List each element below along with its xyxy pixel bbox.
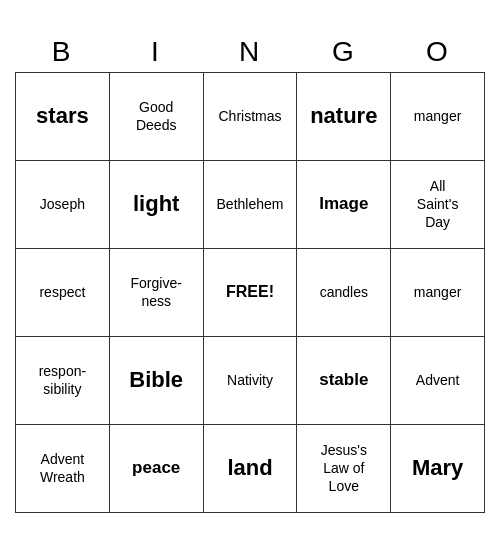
cell-r2-c2: FREE! — [204, 249, 298, 337]
cell-r2-c1: Forgive-ness — [110, 249, 204, 337]
bingo-header: B I N G O — [15, 32, 485, 72]
header-o: O — [391, 32, 485, 72]
cell-r0-c2: Christmas — [204, 73, 298, 161]
cell-r1-c2: Bethlehem — [204, 161, 298, 249]
cell-r0-c3: nature — [297, 73, 391, 161]
header-i: I — [109, 32, 203, 72]
header-b: B — [15, 32, 109, 72]
cell-r3-c3: stable — [297, 337, 391, 425]
bingo-grid: starsGoodDeedsChristmasnaturemangerJosep… — [15, 72, 485, 513]
cell-r4-c3: Jesus'sLaw ofLove — [297, 425, 391, 513]
cell-r0-c4: manger — [391, 73, 485, 161]
cell-r1-c3: Image — [297, 161, 391, 249]
cell-r2-c0: respect — [16, 249, 110, 337]
cell-r3-c1: Bible — [110, 337, 204, 425]
cell-r2-c3: candles — [297, 249, 391, 337]
cell-r4-c4: Mary — [391, 425, 485, 513]
cell-r4-c0: AdventWreath — [16, 425, 110, 513]
cell-r2-c4: manger — [391, 249, 485, 337]
header-g: G — [297, 32, 391, 72]
cell-r3-c2: Nativity — [204, 337, 298, 425]
cell-r3-c0: respon-sibility — [16, 337, 110, 425]
cell-r4-c2: land — [204, 425, 298, 513]
cell-r1-c4: AllSaint'sDay — [391, 161, 485, 249]
cell-r1-c1: light — [110, 161, 204, 249]
cell-r1-c0: Joseph — [16, 161, 110, 249]
header-n: N — [203, 32, 297, 72]
cell-r4-c1: peace — [110, 425, 204, 513]
cell-r3-c4: Advent — [391, 337, 485, 425]
bingo-card: B I N G O starsGoodDeedsChristmasnaturem… — [15, 32, 485, 513]
cell-r0-c1: GoodDeeds — [110, 73, 204, 161]
cell-r0-c0: stars — [16, 73, 110, 161]
